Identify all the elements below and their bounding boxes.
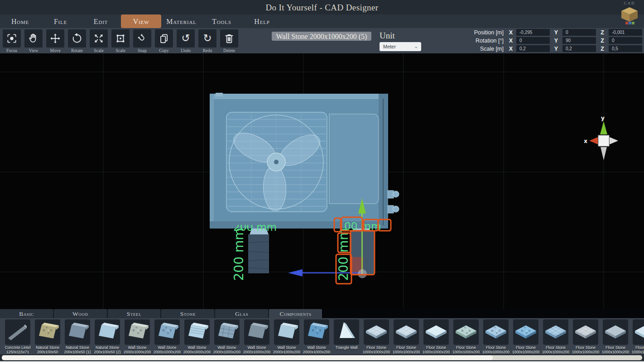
material-thumbnail (214, 319, 240, 345)
palette-tile[interactable]: Natural Stone200x100x50 (1) (65, 319, 90, 354)
scale-y-input[interactable] (562, 45, 596, 52)
palette-tile[interactable]: Wall Stone2000x1000x200 (304, 319, 329, 354)
palette-scrollbar-thumb[interactable] (2, 355, 493, 360)
material-size: 2000x1000x200 (242, 350, 272, 355)
material-thumbnail (573, 319, 598, 345)
toolbar-redo-button[interactable]: ↻Redo (198, 29, 216, 53)
menu-item-view[interactable]: View (121, 14, 161, 28)
palette-tile[interactable]: Triangle Wall (334, 319, 359, 354)
orientation-gizmo[interactable]: y x (584, 115, 618, 160)
palette-tile[interactable]: Wall Stone2000x1000x200 (184, 319, 210, 354)
palette-tile[interactable]: Wall Stone2000x1000x200 (274, 319, 299, 354)
palette-tile[interactable]: Natural Stone200x100x50 (35, 319, 60, 354)
gizmo-x-cone[interactable] (589, 137, 598, 144)
palette-tile[interactable]: Floor Stone1000x1000x200 (394, 319, 419, 354)
menu-item-edit[interactable]: Edit (81, 14, 121, 28)
dimension-label-left: 200 mm (231, 228, 246, 281)
scale-x-input[interactable] (516, 45, 550, 52)
title-bar: Do It Yourself - CAD Designer (0, 0, 644, 14)
position-x-input[interactable] (516, 29, 550, 36)
toolbar-button-label: Scale (90, 48, 108, 53)
tab-steel[interactable]: Steel (108, 309, 161, 318)
palette-tile[interactable]: Wall Stone2000x1000x200 (154, 319, 180, 354)
axis-letter-y: Y (550, 46, 562, 52)
material-thumbnail (35, 319, 60, 345)
gizmo-right-cone[interactable] (610, 137, 618, 144)
palette-tile[interactable]: Floor Stone1000x1000x200 (453, 319, 479, 354)
toolbar-hand-button[interactable]: View (24, 29, 43, 53)
unit-dropdown[interactable]: Meter ⌄ (380, 42, 421, 51)
palette-tile[interactable]: Wall Stone2000x1000x200 (125, 319, 150, 354)
palette-tile[interactable]: Floor Stone1000x1000x200 (633, 319, 644, 354)
scale-z-input[interactable] (609, 45, 642, 52)
rotation-y-input[interactable] (562, 37, 596, 44)
palette-tile[interactable]: Floor Stone1000x1000x200 (423, 319, 449, 354)
axis-letter-z: Z (596, 29, 609, 36)
ac-unit-model[interactable] (210, 93, 399, 234)
toolbar-scale-rect-button[interactable]: Scale (111, 29, 130, 53)
cad-designer-window: Do It Yourself - CAD Designer CAD HomeFi… (0, 0, 644, 362)
toolbar-button-label: Copy (155, 48, 173, 53)
toolbar-scale-arrows-button[interactable]: Scale (90, 29, 108, 53)
viewport-canvas[interactable]: 200 mm 200 mm 200 mm 00 mm (0, 53, 644, 309)
palette-tile[interactable]: Natural Stone200x100x50 (2) (95, 319, 120, 354)
palette-tile[interactable]: Floor Stone1000x1000x200 (513, 319, 538, 354)
palette-tile[interactable]: Floor Stone1000x1000x200 (483, 319, 509, 354)
tab-basic[interactable]: Basic (0, 309, 53, 318)
material-size: 1000x1000x200 (511, 350, 541, 355)
gizmo-origin-handle[interactable] (358, 269, 367, 278)
toolbar: FocusViewMoveRotateScaleScaleSnapCopy↺Un… (0, 28, 644, 54)
palette-tile[interactable]: Wall Stone2000x1000x200 (244, 319, 269, 354)
material-size: 2000x1000x200 (182, 350, 212, 355)
position-y-input[interactable] (562, 29, 596, 36)
toolbar-undo-button[interactable]: ↺Undo (177, 29, 195, 53)
material-label: Floor Stone1000x1000x200 (630, 346, 644, 354)
rotation-z-input[interactable] (609, 37, 642, 44)
material-thumbnail (483, 319, 509, 345)
toolbar-move-button[interactable]: Move (46, 29, 64, 53)
palette-tile[interactable]: Floor Stone1000x1000x200 (573, 319, 598, 354)
tab-wood[interactable]: Wood (54, 309, 107, 318)
tab-glas[interactable]: Glas (215, 309, 268, 318)
material-size: 1000x1000x200 (451, 350, 481, 355)
menu-item-help[interactable]: Help (242, 14, 282, 28)
palette-scrollbar-track[interactable] (2, 355, 642, 360)
material-label: Wall Stone2000x1000x200 (182, 346, 212, 354)
toolbar-magnet-button[interactable]: Snap (133, 29, 151, 53)
gizmo-y-cone[interactable] (600, 121, 607, 134)
material-size: 2000x1000x200 (212, 350, 242, 355)
menu-item-file[interactable]: File (40, 14, 81, 28)
menu-item-material[interactable]: Material (161, 14, 202, 28)
material-thumbnail (274, 319, 299, 345)
app-title: Do It Yourself - CAD Designer (0, 0, 644, 14)
position-z-input[interactable] (609, 29, 642, 36)
tab-stone[interactable]: Stone (161, 309, 214, 318)
material-size: 2000x1000x200 (272, 350, 302, 355)
toolbar-focus-button[interactable]: Focus (3, 29, 21, 53)
toolbar-button-label: Scale (111, 48, 130, 53)
toolbar-button-group: FocusViewMoveRotateScaleScaleSnapCopy↺Un… (3, 29, 238, 53)
toolbar-copy-button[interactable]: Copy (155, 29, 173, 53)
palette-tile[interactable]: Floor Stone1000x1000x200 (364, 319, 389, 354)
palette-tile[interactable]: Floor Stone1000x1000x200 (543, 319, 568, 354)
toolbar-trash-button[interactable]: Delete (220, 29, 238, 53)
gizmo-down-cone[interactable] (601, 147, 607, 160)
magnet-icon (133, 29, 151, 48)
material-label: Wall Stone2000x1000x200 (302, 346, 332, 354)
rotation-x-input[interactable] (516, 37, 550, 44)
material-label: Wall Stone2000x1000x200 (122, 346, 152, 354)
palette-tile[interactable]: Wall Stone2000x1000x200 (214, 319, 240, 354)
material-label: Floor Stone1000x1000x200 (481, 346, 511, 354)
menu-item-home[interactable]: Home (0, 14, 40, 28)
transform-row-label-scale: Scale [m] (457, 46, 505, 52)
gizmo-center-cube[interactable] (598, 135, 609, 146)
palette-tile[interactable]: Floor Stone1000x1000x200 (603, 319, 628, 354)
tab-components[interactable]: Components (269, 309, 322, 318)
menu-item-tools[interactable]: Tools (202, 14, 242, 28)
material-thumbnail (154, 319, 180, 345)
logo-cube-icon (620, 5, 639, 25)
axis-letter-z: Z (596, 38, 609, 44)
material-label: Wall Stone2000x1000x200 (272, 346, 302, 354)
palette-tile[interactable]: Concrete Lintel1250x115x71 (5, 319, 30, 354)
toolbar-rotate-button[interactable]: Rotate (68, 29, 86, 53)
